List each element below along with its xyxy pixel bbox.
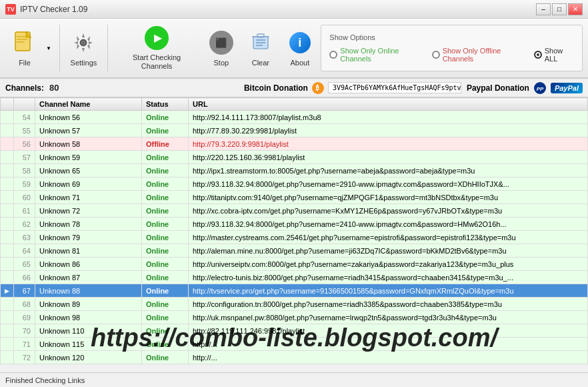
row-arrow [1, 351, 14, 364]
col-num-header [14, 98, 35, 111]
table-row[interactable]: 59Unknown 69Onlinehttp://93.118.32.94:80… [1, 177, 588, 191]
file-dropdown-arrow[interactable]: ▼ [43, 22, 54, 74]
row-url: http://79.3.220.9:9981/playlist [189, 137, 588, 151]
about-icon: i [287, 29, 313, 56]
row-url: http://xc.cobra-iptv.com/get.php?usernam… [189, 204, 588, 218]
row-arrow [1, 271, 14, 284]
row-num: 55 [14, 124, 35, 137]
row-num: 64 [14, 244, 35, 258]
table-row[interactable]: 72Unknown 120Onlinehttp://... [1, 351, 588, 364]
table-row[interactable]: 58Unknown 65Onlinehttp://ipx1.streamstor… [1, 164, 588, 177]
show-options-panel: Show Options Show Only Online Channels S… [321, 25, 583, 71]
row-status: Online [142, 191, 189, 204]
row-channel-name: Unknown 79 [35, 231, 142, 244]
row-num: 70 [14, 324, 35, 338]
row-status: Online [142, 164, 189, 177]
row-channel-name: Unknown 86 [35, 258, 142, 271]
row-arrow [1, 338, 14, 351]
row-status: Online [142, 204, 189, 218]
svg-rect-3 [17, 41, 25, 43]
row-channel-name: Unknown 110 [35, 324, 142, 338]
row-channel-name: Unknown 69 [35, 177, 142, 191]
status-text: Finished Checking Links [5, 376, 85, 384]
table-row[interactable]: 61Unknown 72Onlinehttp://xc.cobra-iptv.c… [1, 204, 588, 218]
clear-button[interactable]: Clear [242, 22, 279, 74]
close-button[interactable]: ✕ [568, 3, 583, 15]
table-header-row: Channel Name Status URL [1, 98, 588, 111]
title-bar: TV IPTV Checker 1.09 – □ ✕ [0, 0, 588, 19]
row-url: http://93.118.32.94:8000/get.php?usernam… [189, 177, 588, 191]
row-num: 60 [14, 191, 35, 204]
row-url: http://ipx1.streamstorm.to:8005/get.php?… [189, 164, 588, 177]
row-status: Online [142, 151, 189, 164]
row-channel-name: Unknown 89 [35, 298, 142, 311]
table-row[interactable]: 64Unknown 81Onlinehttp://aleman.mine.nu:… [1, 244, 588, 258]
settings-icon [70, 29, 97, 56]
row-arrow [1, 151, 14, 164]
row-num: 66 [14, 271, 35, 284]
row-status: Online [142, 324, 189, 338]
radio-online-circle [329, 51, 337, 59]
table-row[interactable]: 57Unknown 59Onlinehttp://220.125.160.36:… [1, 151, 588, 164]
maximize-button[interactable]: □ [552, 3, 567, 15]
table-row[interactable]: 56Unknown 58Offlinehttp://79.3.220.9:998… [1, 137, 588, 151]
separator-2 [107, 25, 108, 71]
row-channel-name: Unknown 71 [35, 191, 142, 204]
row-channel-name: Unknown 81 [35, 244, 142, 258]
file-button[interactable]: File [5, 22, 43, 74]
radio-all-option[interactable]: Show ALL [534, 47, 574, 63]
minimize-button[interactable]: – [536, 3, 551, 15]
bitcoin-label: Bitcoin Donation [244, 83, 308, 93]
row-arrow [1, 137, 14, 151]
row-status: Online [142, 311, 189, 324]
row-channel-name: Unknown 88 [35, 284, 142, 298]
row-channel-name: Unknown 115 [35, 338, 142, 351]
radio-group: Show Only Online Channels Show Only Offl… [329, 47, 574, 63]
row-status: Online [142, 271, 189, 284]
channels-table: Channel Name Status URL 54Unknown 56Onli… [0, 97, 588, 364]
window-controls: – □ ✕ [536, 3, 583, 15]
row-channel-name: Unknown 58 [35, 137, 142, 151]
row-arrow [1, 311, 14, 324]
stop-label: Stop [214, 59, 229, 67]
col-status-header: Status [142, 98, 189, 111]
row-url: http://universeiptv.com:8000/get.php?use… [189, 258, 588, 271]
table-row[interactable]: 55Unknown 57Onlinehttp://77.89.30.229:99… [1, 124, 588, 137]
paypal-label: Paypal Donation [467, 83, 529, 93]
col-arrow-header [1, 98, 14, 111]
table-row[interactable]: ▶67Unknown 88Onlinehttp://tvservice.pro/… [1, 284, 588, 298]
channels-bar: Channels: 80 Bitcoin Donation ₿ 3V9AcTPb… [0, 79, 588, 97]
table-row[interactable]: 54Unknown 56Onlinehttp://92.14.111.173:8… [1, 111, 588, 124]
radio-online-option[interactable]: Show Only Online Channels [329, 47, 423, 63]
svg-text:PP: PP [537, 86, 544, 92]
file-icon [11, 29, 38, 56]
table-row[interactable]: 71Unknown 115Onlinehttp://... [1, 338, 588, 351]
start-button[interactable]: Start Checking Channels [113, 22, 201, 74]
paypal-section: Paypal Donation PP PayPal [467, 81, 583, 95]
row-url: http://master.cystreams.com.25461/get.ph… [189, 231, 588, 244]
settings-button[interactable]: Settings [65, 22, 102, 74]
app-icon: TV [5, 4, 16, 15]
table-row[interactable]: 68Unknown 89Onlinehttp://configuration.t… [1, 298, 588, 311]
row-status: Online [142, 124, 189, 137]
table-row[interactable]: 69Unknown 98Onlinehttp://uk.msnpanel.pw:… [1, 311, 588, 324]
about-button[interactable]: i About [281, 22, 318, 74]
table-row[interactable]: 63Unknown 79Onlinehttp://master.cystream… [1, 231, 588, 244]
row-num: 65 [14, 258, 35, 271]
radio-offline-option[interactable]: Show Only Offline Channels [432, 47, 526, 63]
table-row[interactable]: 66Unknown 87Onlinehttp://electro-tunis.b… [1, 271, 588, 284]
stop-icon [208, 29, 235, 56]
row-url: http://... [189, 338, 588, 351]
stop-button[interactable]: Stop [203, 22, 239, 74]
row-arrow [1, 231, 14, 244]
file-btn-group: File ▼ [5, 22, 54, 74]
row-channel-name: Unknown 57 [35, 124, 142, 137]
table-row[interactable]: 60Unknown 71Onlinehttp://titaniptv.com:9… [1, 191, 588, 204]
row-arrow [1, 177, 14, 191]
row-channel-name: Unknown 120 [35, 351, 142, 364]
row-url: http://82.119.111.246:9981/playlist [189, 324, 588, 338]
row-status: Online [142, 284, 189, 298]
table-row[interactable]: 62Unknown 78Onlinehttp://93.118.32.94:80… [1, 218, 588, 231]
table-row[interactable]: 70Unknown 110Onlinehttp://82.119.111.246… [1, 324, 588, 338]
table-row[interactable]: 65Unknown 86Onlinehttp://universeiptv.co… [1, 258, 588, 271]
